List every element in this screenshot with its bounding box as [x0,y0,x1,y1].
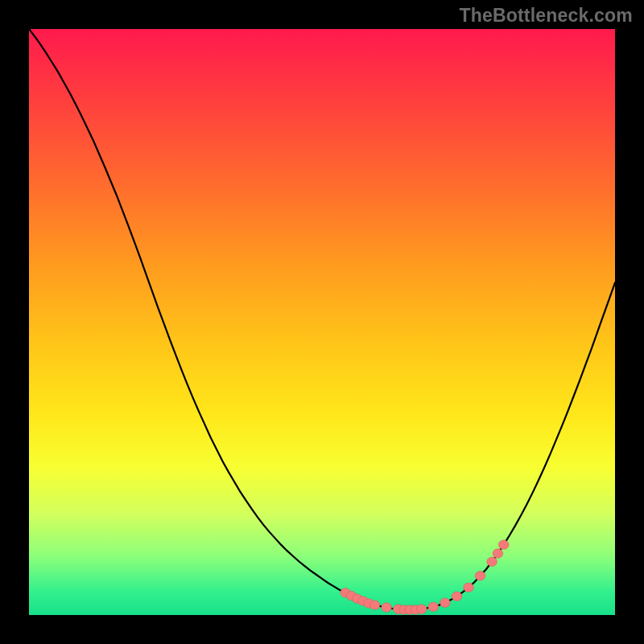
sample-marker [416,605,427,613]
watermark: TheBottleneck.com [459,5,633,27]
sample-marker [475,572,485,580]
sample-marker [452,592,462,601]
sample-marker [382,603,392,612]
plot-frame [24,24,620,620]
plot-area [29,29,615,615]
sample-markers [341,540,509,614]
sample-marker [369,601,380,609]
sample-marker [493,549,503,558]
sample-marker [464,583,474,592]
bottleneck-curve [29,29,615,609]
curve-layer [29,29,615,615]
sample-marker [487,557,497,566]
sample-marker [440,598,451,607]
sample-marker [428,602,439,611]
sample-marker [498,540,509,549]
chart-container: TheBottleneck.com [0,0,644,644]
